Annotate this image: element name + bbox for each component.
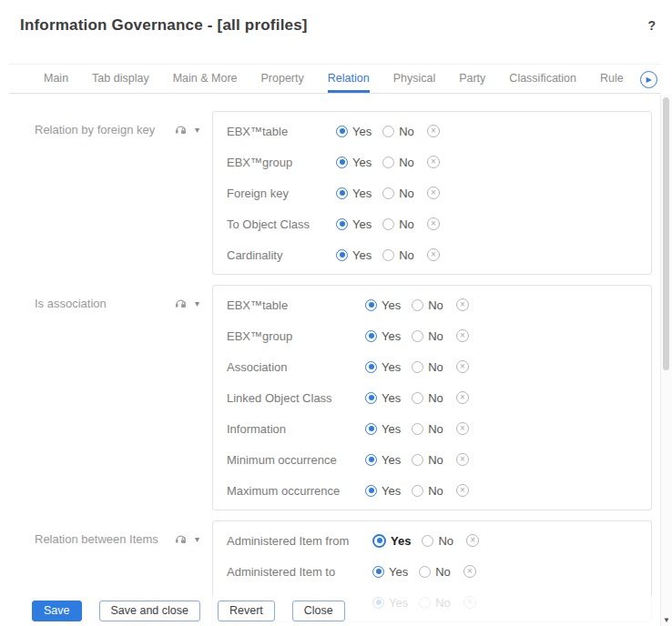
save-button[interactable]: Save <box>32 601 82 621</box>
help-icon[interactable]: ? <box>647 18 656 33</box>
clear-icon[interactable]: × <box>456 360 469 373</box>
radio-no-circle[interactable] <box>419 566 431 578</box>
scroll-down-arrow[interactable]: ▼ <box>661 616 672 624</box>
access-lock-icon[interactable] <box>175 298 187 309</box>
clear-icon[interactable]: × <box>427 187 440 199</box>
clear-icon[interactable]: × <box>427 125 440 137</box>
radio-yes-circle[interactable] <box>365 361 377 373</box>
access-lock-icon[interactable] <box>175 533 187 545</box>
save-and-close-button[interactable]: Save and close <box>99 601 200 621</box>
clear-icon[interactable]: × <box>456 298 469 311</box>
radio-no-circle[interactable] <box>412 330 423 342</box>
radio-no[interactable]: No <box>422 534 453 548</box>
radio-yes-circle[interactable] <box>336 249 348 261</box>
tab-rule[interactable]: Rule <box>600 65 624 93</box>
radio-no[interactable]: No <box>382 217 414 231</box>
radio-yes[interactable]: Yes <box>336 125 372 138</box>
radio-yes[interactable]: Yes <box>365 453 401 467</box>
radio-no[interactable]: No <box>382 248 414 262</box>
section-label: Relation by foreign key <box>35 123 175 136</box>
option-row-linked-object-class: Linked Object ClassYesNo× <box>227 382 651 413</box>
radio-yes-circle[interactable] <box>372 534 386 548</box>
close-button[interactable]: Close <box>292 601 345 621</box>
clear-icon[interactable]: × <box>456 453 469 466</box>
radio-yes-circle[interactable] <box>365 299 377 311</box>
radio-no[interactable]: No <box>382 187 414 200</box>
radio-no[interactable]: No <box>382 156 414 169</box>
chevron-down-icon[interactable]: ▾ <box>195 298 199 308</box>
radio-yes-circle[interactable] <box>365 454 377 466</box>
clear-icon[interactable]: × <box>427 248 440 261</box>
tab-relation[interactable]: Relation <box>328 65 370 93</box>
radio-no-circle[interactable] <box>412 392 423 404</box>
radio-no[interactable]: No <box>412 360 443 374</box>
tab-main[interactable]: Main <box>44 65 68 93</box>
radio-no-label: No <box>399 187 414 200</box>
radio-yes[interactable]: Yes <box>336 187 372 200</box>
radio-yes[interactable]: Yes <box>365 391 401 405</box>
clear-icon[interactable]: × <box>466 534 479 547</box>
radio-no-circle[interactable] <box>382 249 394 261</box>
tab-tab-display[interactable]: Tab display <box>92 65 149 93</box>
radio-yes[interactable]: Yes <box>336 248 372 262</box>
radio-no-circle[interactable] <box>382 187 394 199</box>
radio-yes-circle[interactable] <box>365 392 377 404</box>
clear-icon[interactable]: × <box>456 484 469 497</box>
radio-no-circle[interactable] <box>422 535 433 547</box>
chevron-down-icon[interactable]: ▾ <box>195 125 199 135</box>
tab-property[interactable]: Property <box>261 65 304 93</box>
chevron-down-icon[interactable]: ▾ <box>195 534 199 544</box>
radio-yes[interactable]: Yes <box>365 360 401 374</box>
radio-yes-circle[interactable] <box>372 566 384 578</box>
radio-no-circle[interactable] <box>412 361 423 373</box>
radio-no-circle[interactable] <box>382 126 394 137</box>
clear-icon[interactable]: × <box>427 156 440 168</box>
radio-no[interactable]: No <box>419 565 451 579</box>
clear-icon[interactable]: × <box>427 217 440 230</box>
radio-yes[interactable]: Yes <box>365 484 401 498</box>
radio-yes-circle[interactable] <box>365 330 377 342</box>
radio-yes[interactable]: Yes <box>365 422 401 436</box>
radio-no[interactable]: No <box>412 422 443 436</box>
radio-no[interactable]: No <box>382 125 414 138</box>
tab-overflow-icon[interactable]: ▶ <box>640 71 657 88</box>
radio-no-circle[interactable] <box>412 423 423 435</box>
vertical-scrollbar[interactable]: ▼ <box>660 95 672 626</box>
radio-no-circle[interactable] <box>382 156 394 168</box>
radio-yes-label: Yes <box>382 298 401 312</box>
radio-yes[interactable]: Yes <box>372 565 408 579</box>
radio-yes-label: Yes <box>382 484 401 498</box>
radio-yes[interactable]: Yes <box>336 217 372 231</box>
radio-yes-circle[interactable] <box>336 218 348 230</box>
access-lock-icon[interactable] <box>175 124 187 136</box>
tab-main-more[interactable]: Main & More <box>173 65 238 93</box>
radio-no-circle[interactable] <box>382 218 394 230</box>
radio-yes[interactable]: Yes <box>365 329 401 343</box>
radio-no[interactable]: No <box>412 484 443 498</box>
revert-button[interactable]: Revert <box>218 601 275 621</box>
tab-party[interactable]: Party <box>459 65 485 93</box>
radio-yes-circle[interactable] <box>365 423 377 435</box>
radio-yes-circle[interactable] <box>336 187 348 199</box>
radio-no[interactable]: No <box>412 391 443 405</box>
clear-icon[interactable]: × <box>456 391 469 404</box>
section-label: Is association <box>35 297 175 310</box>
tab-physical[interactable]: Physical <box>393 65 436 93</box>
clear-icon[interactable]: × <box>456 329 469 342</box>
clear-icon[interactable]: × <box>456 422 469 435</box>
scrollbar-thumb[interactable] <box>663 97 669 370</box>
tab-classification[interactable]: Classification <box>509 65 576 93</box>
radio-no-circle[interactable] <box>412 485 423 497</box>
radio-no-circle[interactable] <box>412 299 423 311</box>
radio-no-circle[interactable] <box>412 454 423 466</box>
radio-no[interactable]: No <box>412 329 443 343</box>
radio-yes[interactable]: Yes <box>365 298 401 312</box>
radio-yes[interactable]: Yes <box>336 156 372 169</box>
radio-yes-circle[interactable] <box>336 156 348 168</box>
clear-icon[interactable]: × <box>463 565 476 578</box>
radio-yes[interactable]: Yes <box>372 534 411 548</box>
radio-no[interactable]: No <box>412 453 443 467</box>
radio-yes-circle[interactable] <box>336 126 348 137</box>
radio-no[interactable]: No <box>412 298 443 312</box>
radio-yes-circle[interactable] <box>365 485 377 497</box>
